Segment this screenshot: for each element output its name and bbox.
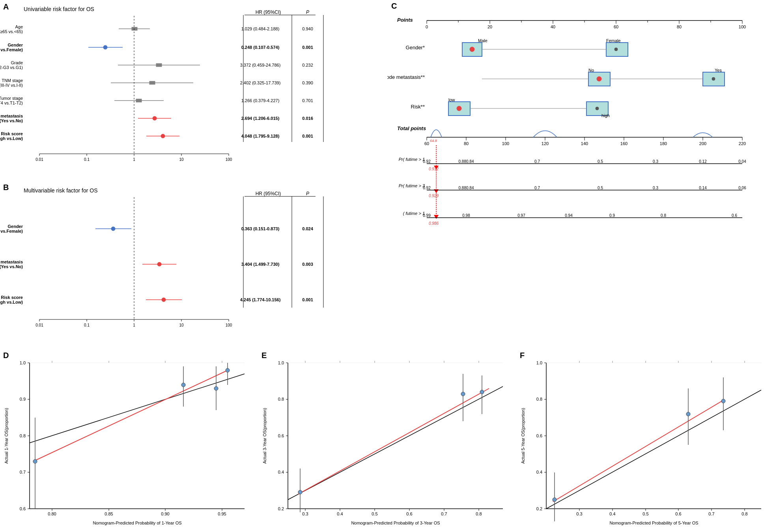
- svg-text:3.404 (1.499-7.730): 3.404 (1.499-7.730): [241, 262, 280, 267]
- panel-D: D 0.6 0.7 0.8 0.9 1.0: [0, 347, 258, 532]
- svg-text:200: 200: [699, 141, 706, 146]
- svg-text:0.986: 0.986: [429, 221, 439, 226]
- svg-text:HR (95%CI): HR (95%CI): [256, 191, 281, 196]
- svg-point-317: [686, 412, 690, 416]
- svg-point-36: [153, 116, 157, 120]
- svg-point-176: [157, 262, 161, 266]
- svg-point-182: [162, 298, 166, 302]
- svg-text:40: 40: [551, 24, 555, 29]
- svg-point-231: [181, 383, 185, 387]
- svg-text:Total points: Total points: [397, 125, 426, 131]
- svg-text:Multivariable risk factor for : Multivariable risk factor for OS: [24, 187, 98, 194]
- svg-text:0.8: 0.8: [476, 511, 482, 516]
- svg-text:0.4: 0.4: [278, 470, 284, 474]
- svg-text:(Yes vs.No): (Yes vs.No): [0, 264, 23, 269]
- panel-E: E 0.2 0.4 0.6 0.8 1.0: [258, 347, 517, 532]
- svg-text:TNM stage: TNM stage: [2, 78, 23, 83]
- svg-text:0.3: 0.3: [576, 511, 582, 516]
- svg-text:0.880.84: 0.880.84: [459, 159, 474, 164]
- svg-text:0.1: 0.1: [84, 323, 90, 327]
- panel-A: A Univariable risk factor for OS HR (95%…: [0, 0, 387, 181]
- svg-point-102: [596, 107, 599, 110]
- svg-rect-24: [149, 81, 155, 84]
- svg-text:0.14: 0.14: [699, 186, 707, 190]
- svg-point-315: [553, 498, 557, 502]
- svg-text:0.8: 0.8: [536, 397, 542, 401]
- svg-text:0.5: 0.5: [372, 511, 377, 516]
- svg-text:Actual 3-Year OS(proportion): Actual 3-Year OS(proportion): [262, 408, 267, 463]
- svg-text:0.001: 0.001: [302, 297, 313, 302]
- svg-text:1.0: 1.0: [536, 360, 542, 365]
- svg-point-170: [111, 227, 115, 231]
- panel-C: C Points 0 20 40 60 80 100: [387, 0, 775, 268]
- svg-text:No: No: [588, 68, 594, 73]
- svg-point-235: [226, 368, 230, 372]
- svg-text:Lymph node metastasis: Lymph node metastasis: [0, 259, 23, 264]
- svg-text:Points: Points: [397, 17, 413, 23]
- svg-text:0.003: 0.003: [302, 262, 313, 267]
- svg-text:0.6: 0.6: [732, 213, 737, 218]
- svg-text:0.7: 0.7: [534, 159, 540, 164]
- panel-A-title: Univariable risk factor for OS: [24, 6, 94, 12]
- svg-rect-30: [136, 99, 142, 102]
- svg-point-319: [721, 399, 725, 403]
- svg-text:160: 160: [620, 141, 627, 146]
- svg-text:0.85: 0.85: [105, 511, 113, 516]
- svg-text:(≥65 vs.<65): (≥65 vs.<65): [0, 29, 23, 34]
- svg-text:0.390: 0.390: [302, 80, 313, 85]
- svg-text:(G2-G3 vs.G1): (G2-G3 vs.G1): [0, 65, 23, 70]
- svg-text:0.2: 0.2: [536, 506, 542, 511]
- svg-text:0.01: 0.01: [35, 157, 43, 162]
- svg-text:100: 100: [226, 323, 232, 327]
- svg-text:(Male vs.Female): (Male vs.Female): [0, 47, 23, 52]
- svg-text:80: 80: [464, 141, 469, 146]
- svg-text:HR (95%CI): HR (95%CI): [256, 9, 281, 15]
- svg-text:0.92: 0.92: [423, 159, 431, 164]
- svg-text:0: 0: [426, 24, 428, 29]
- svg-text:( futime > 1: ( futime > 1: [403, 211, 425, 216]
- svg-text:Gender: Gender: [7, 43, 23, 47]
- svg-text:0.4: 0.4: [609, 511, 615, 516]
- svg-text:(III-IV vs.I-II): (III-IV vs.I-II): [0, 83, 23, 88]
- svg-text:B: B: [3, 183, 9, 192]
- svg-text:1: 1: [133, 323, 135, 327]
- svg-text:3.372 (0.459-24.786): 3.372 (0.459-24.786): [240, 63, 281, 67]
- svg-text:Nomogram-Predicted Probability: Nomogram-Predicted Probability of 5-Year…: [609, 521, 698, 525]
- svg-text:60: 60: [614, 24, 618, 29]
- svg-text:0.016: 0.016: [302, 116, 313, 121]
- svg-text:180: 180: [660, 141, 667, 146]
- svg-text:120: 120: [542, 141, 549, 146]
- svg-text:60: 60: [424, 141, 429, 146]
- svg-text:Gender: Gender: [7, 224, 23, 229]
- svg-text:0.06: 0.06: [738, 186, 746, 190]
- svg-text:Grade: Grade: [11, 60, 23, 65]
- svg-text:0.92: 0.92: [423, 186, 431, 190]
- svg-text:0.98: 0.98: [462, 213, 470, 218]
- svg-text:1.0: 1.0: [20, 360, 26, 365]
- svg-text:0.232: 0.232: [302, 63, 313, 67]
- svg-text:P: P: [306, 9, 309, 15]
- svg-point-273: [298, 490, 302, 494]
- svg-line-313: [553, 399, 725, 502]
- svg-text:0.4: 0.4: [536, 470, 542, 474]
- svg-point-229: [33, 459, 37, 463]
- svg-text:64.8: 64.8: [430, 139, 437, 143]
- svg-text:0.3: 0.3: [653, 186, 658, 190]
- svg-text:0.2: 0.2: [278, 506, 284, 511]
- svg-text:Nomogram-Predicted Probability: Nomogram-Predicted Probability of 3-Year…: [351, 521, 440, 525]
- svg-text:Pr( futime > 3: Pr( futime > 3: [399, 183, 425, 188]
- svg-text:20: 20: [487, 24, 492, 29]
- svg-point-277: [480, 390, 484, 394]
- svg-text:0.7: 0.7: [534, 186, 540, 190]
- svg-text:0.6: 0.6: [536, 433, 542, 438]
- svg-text:1: 1: [133, 157, 135, 162]
- svg-text:Tumor stage: Tumor stage: [0, 96, 23, 101]
- svg-text:0.929: 0.929: [429, 194, 439, 198]
- svg-text:0.94: 0.94: [565, 213, 573, 218]
- svg-line-270: [288, 386, 503, 500]
- svg-text:0.940: 0.940: [302, 26, 313, 31]
- svg-text:Lymph node metastasis: Lymph node metastasis: [0, 114, 23, 118]
- svg-text:Age: Age: [15, 24, 23, 29]
- svg-text:0.99: 0.99: [423, 213, 431, 218]
- svg-text:0.6: 0.6: [20, 506, 26, 511]
